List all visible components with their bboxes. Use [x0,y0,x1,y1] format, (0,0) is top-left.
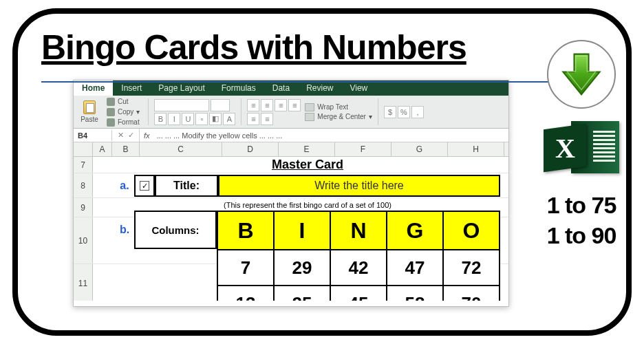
tab-insert[interactable]: Insert [113,80,150,96]
name-box[interactable]: B4 [74,130,112,141]
tab-home[interactable]: Home [74,80,113,96]
step-b-label: b. [115,211,134,249]
font-color-button[interactable]: A [223,113,235,125]
col-header-h[interactable]: H [448,142,504,156]
alignment-group: ≡ ≡ ≡ ≡ ≡ ≡ Wrap Text Merge & Center ▾ [247,98,378,125]
font-name-box[interactable] [154,99,209,111]
col-header-f[interactable]: F [335,142,391,156]
bingo-head-o[interactable]: O [443,211,500,250]
paste-label: Paste [80,116,98,123]
merge-center-button[interactable]: Merge & Center ▾ [305,113,372,121]
col-header-g[interactable]: G [391,142,448,156]
border-button[interactable]: ▫ [195,113,208,125]
align-center-button[interactable]: ≡ [247,113,259,125]
align-bot-button[interactable]: ≡ [275,99,287,111]
bingo-head-i[interactable]: I [274,211,330,250]
bingo-cell[interactable]: 58 [387,286,443,301]
ribbon-tabs: Home Insert Page Layout Formulas Data Re… [74,80,508,96]
check-icon[interactable]: ✓ [128,131,134,140]
col-header-b[interactable]: B [112,142,140,156]
align-left-button[interactable]: ≡ [288,99,301,111]
page-title: Bingo Cards with Numbers [41,28,466,67]
row-header-8[interactable]: 8 [74,173,93,197]
bingo-cell[interactable]: 47 [387,250,443,286]
cut-label: Cut [118,98,129,105]
align-mid-button[interactable]: ≡ [261,99,273,111]
bingo-cell[interactable]: 72 [443,250,500,286]
checkbox-icon: ✓ [140,181,149,191]
excel-window: Home Insert Page Layout Formulas Data Re… [73,80,509,307]
bingo-head-g[interactable]: G [387,211,443,250]
align-top-button[interactable]: ≡ [247,99,259,111]
master-subtitle: (This represent the first bingo card of … [115,197,500,211]
checkbox-cell[interactable]: ✓ [134,175,155,197]
merge-center-label: Merge & Center [317,113,366,120]
tab-data[interactable]: Data [264,80,298,96]
right-column: X 1 to 75 1 to 90 [523,40,632,250]
ribbon-body: Paste Cut Copy ▾ Format [74,96,508,129]
title-input-cell[interactable]: Write the title here [218,175,500,197]
clipboard-group: Paste Cut Copy ▾ Format [78,98,149,125]
bingo-cell[interactable]: 29 [274,250,330,286]
title-label-cell: Title: [155,175,218,197]
comma-button[interactable]: , [411,106,424,118]
clipboard-icon [83,100,96,114]
underline-button[interactable]: U [182,113,194,125]
bingo-row-1: 7 29 42 47 72 [217,250,500,286]
download-badge[interactable] [547,40,616,109]
bold-button[interactable]: B [154,113,167,125]
paste-button[interactable]: Paste [78,100,101,123]
tab-page-layout[interactable]: Page Layout [150,80,213,96]
sheet: A B C D E F G H 7 8 9 10 11 [74,142,508,301]
cancel-icon[interactable]: ✕ [118,131,124,140]
fx-icons: ✕✓ [112,129,140,142]
row-header-7[interactable]: 7 [74,157,93,173]
col-header-d[interactable]: D [222,142,279,156]
range-2-text: 1 to 90 [547,220,616,250]
row-header-9[interactable]: 9 [74,198,93,217]
columns-label-cell: Columns: [134,211,217,249]
bingo-cell[interactable]: 45 [330,286,387,301]
tab-formulas[interactable]: Formulas [213,80,264,96]
tab-review[interactable]: Review [298,80,341,96]
row-header-11[interactable]: 11 [74,264,93,301]
copy-button[interactable]: Copy ▾ [104,107,142,117]
wrap-text-button[interactable]: Wrap Text [305,103,372,111]
column-headers: A B C D E F G H [74,142,508,157]
master-card: Master Card a. ✓ Title: Write the title … [115,158,500,301]
currency-button[interactable]: $ [384,106,396,118]
col-header-a[interactable]: A [93,142,112,156]
excel-logo: X [544,118,619,176]
bingo-cell[interactable]: 70 [443,286,500,301]
bingo-cell[interactable]: 42 [330,250,387,286]
format-button[interactable]: Format [104,118,142,127]
excel-x-icon: X [544,124,586,173]
bingo-header-row: B I N G O [217,211,500,250]
align-right-button[interactable]: ≡ [261,113,273,125]
range-1-text: 1 to 75 [547,190,616,220]
cut-button[interactable]: Cut [104,97,142,107]
content-row: Home Insert Page Layout Formulas Data Re… [41,80,603,307]
bingo-head-n[interactable]: N [330,211,387,250]
title-underline [41,81,603,83]
bingo-cell[interactable]: 13 [217,286,274,301]
bingo-cell[interactable]: 25 [274,286,330,301]
download-arrow-icon [557,50,605,98]
scissors-icon [107,98,115,106]
percent-button[interactable]: % [398,106,410,118]
col-header-e[interactable]: E [279,142,335,156]
formula-text[interactable]: ... ... ... Modify the yellow cells ... … [154,131,283,140]
fill-color-button[interactable]: ◧ [209,113,222,125]
italic-button[interactable]: I [168,113,180,125]
font-size-box[interactable] [211,99,230,111]
title-row: Bingo Cards with Numbers [41,28,603,67]
fx-label: fx [140,131,154,140]
bingo-head-b[interactable]: B [217,211,274,250]
bingo-cell[interactable]: 7 [217,250,274,286]
tab-view[interactable]: View [341,80,376,96]
format-label: Format [118,118,140,126]
row-header-10[interactable]: 10 [74,217,93,264]
select-all-corner[interactable] [74,142,93,156]
master-card-heading: Master Card [115,158,500,172]
col-header-c[interactable]: C [140,142,222,156]
